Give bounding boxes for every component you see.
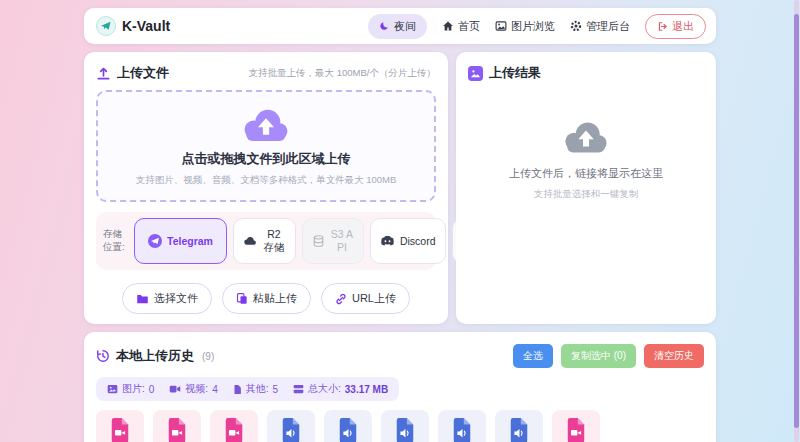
storage-option-telegram[interactable]: Telegram (134, 218, 227, 264)
copy-selected-button[interactable]: 复制选中 (0) (561, 344, 636, 368)
select-all-button[interactable]: 全选 (513, 344, 553, 368)
dropzone[interactable]: 点击或拖拽文件到此区域上传 支持图片、视频、音频、文档等多种格式，单文件最大 1… (96, 90, 436, 202)
result-empty-state: 上传文件后，链接将显示在这里 支持批量选择和一键复制 (468, 118, 704, 201)
logout-icon (657, 21, 668, 32)
nav-night-mode-button[interactable]: 夜间 (368, 14, 427, 39)
clear-history-button[interactable]: 清空历史 (644, 344, 704, 368)
stat-videos-label: 视频: (185, 382, 208, 396)
nav-admin-link[interactable]: 管理后台 (570, 19, 630, 34)
upload-panel: 上传文件 支持批量上传，最大 100MB/个（分片上传） 点击或拖拽文件到此区域… (84, 52, 448, 324)
url-upload-label: URL上传 (352, 291, 396, 306)
select-file-label: 选择文件 (154, 291, 198, 306)
audio-file-icon (451, 417, 473, 442)
video-file-icon (109, 417, 131, 442)
file-card[interactable]: MP4 (96, 410, 144, 442)
cloud-icon (243, 235, 257, 247)
dropzone-subtitle: 支持图片、视频、音频、文档等多种格式，单文件最大 100MB (136, 174, 397, 187)
telegram-icon (148, 234, 162, 248)
result-panel: 上传结果 上传文件后，链接将显示在这里 支持批量选择和一键复制 (456, 52, 716, 324)
stat-total-size: 总大小: 33.17 MB (293, 382, 388, 396)
history-title-row: 本地上传历史 (9) (96, 347, 214, 365)
select-file-button[interactable]: 选择文件 (122, 283, 212, 314)
stat-images-value: 0 (149, 384, 155, 395)
stat-total-size-label: 总大小: (308, 382, 341, 396)
storage-option-discord[interactable]: Discord (370, 218, 446, 264)
moon-icon (379, 21, 390, 32)
history-panel-header: 本地上传历史 (9) 全选 复制选中 (0) 清空历史 (96, 344, 704, 368)
upload-panel-hint: 支持批量上传，最大 100MB/个（分片上传） (249, 67, 436, 80)
paper-plane-logo-icon (96, 16, 116, 36)
file-card[interactable]: MP3 (267, 410, 315, 442)
storage-option-discord-label: Discord (400, 235, 436, 247)
stat-images-label: 图片: (122, 382, 145, 396)
storage-selector: 存储位置: Telegram R2 存储 (96, 212, 436, 270)
link-icon (335, 293, 347, 305)
audio-file-icon (280, 417, 302, 442)
app-title: K-Vault (122, 18, 170, 34)
top-navbar: K-Vault 夜间 首页 图片浏览 (84, 8, 716, 44)
result-panel-title-row: 上传结果 (468, 64, 541, 82)
image-stat-icon (107, 384, 118, 394)
history-clock-icon (96, 349, 110, 363)
audio-file-icon (508, 417, 530, 442)
upload-tray-icon (96, 66, 111, 81)
upload-panel-header: 上传文件 支持批量上传，最大 100MB/个（分片上传） (96, 64, 436, 82)
gear-icon (570, 20, 582, 32)
image-icon (495, 20, 507, 32)
file-card[interactable]: MP4 (552, 410, 600, 442)
home-icon (442, 20, 454, 32)
file-card[interactable]: MP3 (438, 410, 486, 442)
nav-home-link[interactable]: 首页 (442, 19, 480, 34)
main-nav: 夜间 首页 图片浏览 管理后台 (368, 14, 706, 39)
stat-others-label: 其他: (246, 382, 269, 396)
url-upload-button[interactable]: URL上传 (321, 283, 410, 314)
stat-videos-value: 4 (212, 384, 218, 395)
file-card[interactable]: MP3 (381, 410, 429, 442)
nav-image-browse-label: 图片浏览 (511, 19, 555, 34)
nav-home-label: 首页 (458, 19, 480, 34)
main-content: 上传文件 支持批量上传，最大 100MB/个（分片上传） 点击或拖拽文件到此区域… (84, 52, 716, 324)
page-scrollbar-thumb[interactable] (794, 14, 799, 428)
stat-others-value: 5 (272, 384, 278, 395)
file-card[interactable]: MP4 (153, 410, 201, 442)
file-card[interactable]: MP3 (324, 410, 372, 442)
paste-upload-button[interactable]: 粘贴上传 (222, 283, 311, 314)
result-panel-header: 上传结果 (468, 64, 704, 82)
storage-option-telegram-label: Telegram (167, 235, 213, 247)
app-logo: K-Vault (96, 16, 170, 36)
stat-total-size-value: 33.17 MB (345, 384, 388, 395)
history-panel-title: 本地上传历史 (116, 347, 194, 365)
storage-option-r2[interactable]: R2 存储 (233, 218, 296, 264)
paste-upload-label: 粘贴上传 (253, 291, 297, 306)
nav-image-browse-link[interactable]: 图片浏览 (495, 19, 555, 34)
result-empty-title: 上传文件后，链接将显示在这里 (509, 166, 663, 181)
upload-panel-title: 上传文件 (117, 64, 169, 82)
history-stats-bar: 图片: 0 视频: 4 其他: 5 总大小: 33.17 MB (96, 377, 399, 401)
cloud-upload-icon (241, 105, 291, 145)
history-files-row: MP4 MP4 MP4 MP3 MP3 MP3 (96, 410, 704, 442)
history-toolbar: 全选 复制选中 (0) 清空历史 (513, 344, 704, 368)
photos-icon (468, 66, 483, 81)
upload-actions: 选择文件 粘贴上传 URL上传 (96, 283, 436, 314)
file-card[interactable]: MP4 (210, 410, 258, 442)
video-file-icon (166, 417, 188, 442)
stat-images: 图片: 0 (107, 382, 154, 396)
nav-admin-label: 管理后台 (586, 19, 630, 34)
result-empty-subtitle: 支持批量选择和一键复制 (534, 188, 639, 201)
dropzone-title: 点击或拖拽文件到此区域上传 (182, 150, 351, 168)
discord-icon (380, 235, 395, 247)
storage-option-r2-label: R2 存储 (262, 228, 286, 254)
upload-panel-title-row: 上传文件 (96, 64, 169, 82)
history-panel: 本地上传历史 (9) 全选 复制选中 (0) 清空历史 图片: 0 视频: 4 (84, 332, 716, 442)
file-card[interactable]: MP3 (495, 410, 543, 442)
storage-option-s3: S3 API (302, 218, 364, 264)
file-stat-icon (233, 384, 242, 395)
database-icon (312, 234, 325, 248)
folder-icon (136, 293, 149, 305)
storage-option-s3-label: S3 API (330, 228, 354, 254)
nav-logout-label: 退出 (672, 19, 694, 34)
cloud-upload-placeholder-icon (562, 118, 610, 156)
clipboard-icon (236, 292, 248, 305)
storage-stat-icon (293, 384, 304, 394)
nav-logout-button[interactable]: 退出 (645, 14, 706, 39)
